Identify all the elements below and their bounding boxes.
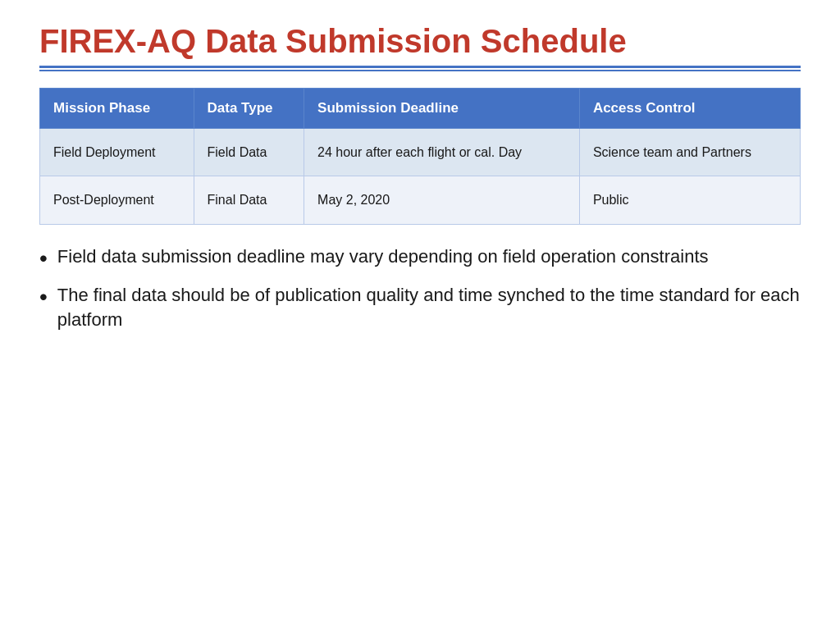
table-row: Field DeploymentField Data24 hour after … bbox=[40, 128, 801, 176]
data-table-container: Mission Phase Data Type Submission Deadl… bbox=[39, 88, 801, 225]
table-cell: Public bbox=[579, 176, 800, 225]
table-row: Post-DeploymentFinal DataMay 2, 2020Publ… bbox=[40, 176, 801, 225]
table-cell: May 2, 2020 bbox=[304, 176, 580, 225]
page-title: FIREX-AQ Data Submission Schedule bbox=[39, 23, 801, 59]
slide: FIREX-AQ Data Submission Schedule Missio… bbox=[0, 0, 840, 630]
table-cell: Science team and Partners bbox=[579, 128, 800, 176]
bullet-text: The final data should be of publication … bbox=[57, 283, 801, 331]
table-cell: Post-Deployment bbox=[40, 176, 194, 225]
table-cell: 24 hour after each flight or cal. Day bbox=[304, 128, 580, 176]
list-item: •Field data submission deadline may vary… bbox=[39, 244, 801, 274]
table-cell: Final Data bbox=[194, 176, 304, 225]
submission-table: Mission Phase Data Type Submission Deadl… bbox=[39, 88, 801, 225]
divider-top bbox=[39, 66, 801, 68]
col-header-submission-deadline: Submission Deadline bbox=[304, 88, 580, 128]
bullet-text: Field data submission deadline may vary … bbox=[57, 244, 801, 269]
list-item: •The final data should be of publication… bbox=[39, 283, 801, 331]
col-header-data-type: Data Type bbox=[194, 88, 304, 128]
divider-bottom bbox=[39, 70, 801, 71]
table-header-row: Mission Phase Data Type Submission Deadl… bbox=[40, 88, 801, 128]
bullet-list: •Field data submission deadline may vary… bbox=[39, 244, 801, 332]
table-cell: Field Deployment bbox=[40, 128, 194, 176]
col-header-mission-phase: Mission Phase bbox=[40, 88, 194, 128]
table-cell: Field Data bbox=[194, 128, 304, 176]
bullet-dot-icon: • bbox=[39, 243, 48, 274]
bullet-dot-icon: • bbox=[39, 281, 48, 313]
col-header-access-control: Access Control bbox=[579, 88, 800, 128]
